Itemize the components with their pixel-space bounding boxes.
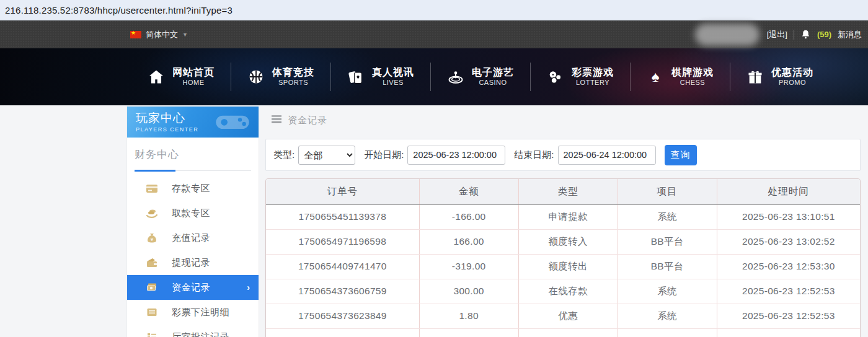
cell-process-time: 2025-06-23 13:02:52 — [717, 229, 860, 254]
nav-label-en: HOME — [183, 79, 205, 87]
gift-icon — [746, 68, 764, 85]
cell-type: 额度转入 — [518, 229, 618, 254]
table-header-row: 订单号 金额 类型 项目 处理时间 — [266, 179, 860, 204]
end-date-input[interactable] — [558, 146, 656, 165]
nav-label-zh: 棋牌游戏 — [671, 66, 714, 79]
sidebar-item-label: 彩票下注明细 — [172, 307, 229, 318]
logout-button[interactable]: [退出] — [767, 29, 787, 40]
cell-project: BB平台 — [618, 229, 717, 254]
money-bag-icon: ¥ — [146, 232, 158, 244]
end-date-label: 结束日期: — [514, 149, 554, 161]
nav-label-en: PROMO — [779, 79, 806, 87]
sidebar-item-lottery-bet-details[interactable]: 彩票下注明细 — [127, 300, 259, 325]
banknotes-icon — [146, 281, 158, 294]
funds-record-table: 订单号 金额 类型 项目 处理时间 1750655451139378 -166.… — [265, 178, 861, 337]
spade-icon: ♠ — [647, 68, 664, 85]
type-select[interactable]: 全部 — [298, 146, 355, 165]
cell-process-time: 2025-06-23 13:10:51 — [717, 204, 860, 229]
nav-label-zh: 电子游艺 — [472, 66, 514, 79]
cell-process-time: 2025-06-23 12:53:30 — [717, 254, 860, 279]
section-underline — [135, 170, 251, 171]
nav-label-en: LIVES — [383, 79, 404, 87]
nav-label-en: CHESS — [680, 79, 705, 87]
wallet-icon — [146, 256, 158, 269]
topbar-right-group: [退出] (59) 新消息 — [767, 20, 862, 48]
cell-type: 在线存款 — [518, 279, 618, 304]
top-utility-bar: ★ 简体中文 ▼ [退出] (59) 新消息 — [0, 20, 868, 48]
search-button[interactable]: 查询 — [665, 145, 697, 165]
nav-item-sports[interactable]: 体育竞技SPORTS — [231, 66, 330, 87]
bell-icon[interactable] — [800, 29, 811, 40]
page-title: 资金记录 — [288, 115, 327, 126]
cell-amount: 1.80 — [419, 304, 518, 328]
cell-order-number: 1750654373606759 — [266, 279, 419, 304]
breadcrumb: 资金记录 — [265, 107, 861, 134]
cell-project: 系统 — [618, 279, 717, 304]
nav-label-zh: 体育竞技 — [272, 66, 314, 79]
nav-item-casino[interactable]: 电子游艺CASINO — [431, 66, 530, 87]
chevron-right-icon: › — [247, 282, 250, 292]
nav-item-promo[interactable]: 优惠活动PROMO — [730, 66, 830, 87]
nav-label-zh: 网站首页 — [172, 66, 215, 79]
china-flag-icon: ★ — [130, 31, 141, 38]
gamepad-icon — [213, 109, 252, 136]
sidebar-menu: 存款专区 取款专区 ¥ 充值记录 提现记录 资金记录 › — [127, 176, 259, 337]
nav-label-en: LOTTERY — [576, 79, 609, 87]
nav-item-lottery[interactable]: 彩票游戏LOTTERY — [531, 66, 630, 87]
roulette-icon — [447, 68, 464, 85]
sidebar-item-recharge-records[interactable]: ¥ 充值记录 — [127, 225, 259, 250]
sidebar-item-hall-bet-records[interactable]: 厅室投注记录 — [127, 325, 259, 337]
browser-address-bar[interactable]: 216.118.235.52:8783/hhcp/usercenter.html… — [0, 0, 868, 20]
nav-item-chess[interactable]: ♠ 棋牌游戏CHESS — [631, 66, 730, 87]
start-date-input[interactable] — [407, 146, 505, 165]
col-type: 类型 — [518, 179, 618, 204]
start-date-label: 开始日期: — [364, 149, 404, 161]
nav-item-lives[interactable]: 真人视讯LIVES — [331, 66, 430, 87]
message-count[interactable]: (59) — [817, 30, 831, 39]
page-url[interactable]: 216.118.235.52:8783/hhcp/usercenter.html… — [5, 5, 232, 15]
cell-project: 系统 — [618, 304, 717, 328]
cell-amount: -166.00 — [419, 204, 518, 229]
cell-amount: 300.00 — [419, 279, 518, 304]
document-icon — [146, 306, 158, 318]
nav-group: 网站首页HOME 体育竞技SPORTS 真人视讯LIVES 电子游艺CASINO — [131, 63, 830, 91]
sidebar-item-label: 厅室投注记录 — [172, 331, 229, 337]
bank-card-icon — [146, 182, 158, 195]
sidebar-item-withdraw-zone[interactable]: 取款专区 — [127, 201, 259, 225]
col-project: 项目 — [618, 179, 717, 204]
cell-order-number: 1750654373623849 — [266, 304, 419, 328]
table-row: 1750654409741470 -319.00 额度转出 BB平台 2025-… — [266, 254, 860, 279]
cell-type: 优惠 — [518, 304, 618, 328]
player-center-sidebar: 玩家中心 PLAYERS CENTER 财务中心 存款专区 取款专区 ¥ 充值记… — [127, 107, 259, 337]
divider — [794, 30, 794, 40]
sidebar-item-deposit-zone[interactable]: 存款专区 — [127, 176, 259, 201]
cell-process-time: 2025-06-23 12:52:53 — [717, 304, 860, 328]
cell-project: BB平台 — [618, 254, 717, 279]
col-order-number: 订单号 — [266, 179, 419, 204]
basketball-icon — [247, 68, 265, 85]
sidebar-item-withdrawal-records[interactable]: 提现记录 — [127, 250, 259, 275]
new-messages-link[interactable]: 新消息 — [838, 29, 862, 40]
hamburger-icon — [272, 115, 281, 126]
nav-item-home[interactable]: 网站首页HOME — [131, 66, 231, 87]
cell-project: 系统 — [618, 204, 717, 229]
sidebar-header: 玩家中心 PLAYERS CENTER — [127, 107, 259, 138]
col-amount: 金额 — [419, 179, 518, 204]
table-row: 1750654971196598 166.00 额度转入 BB平台 2025-0… — [266, 229, 860, 254]
sidebar-item-label: 提现记录 — [172, 257, 210, 269]
cell-amount: 166.00 — [419, 229, 518, 254]
hand-money-icon — [146, 207, 158, 219]
sidebar-item-label: 充值记录 — [172, 232, 210, 244]
sidebar-item-label: 取款专区 — [172, 208, 210, 219]
nav-label-zh: 真人视讯 — [372, 66, 414, 79]
nav-label-zh: 优惠活动 — [771, 66, 813, 79]
language-selector[interactable]: ★ 简体中文 ▼ — [130, 29, 188, 40]
sidebar-item-funds-records[interactable]: 资金记录 › — [127, 275, 259, 300]
cell-type: 额度转出 — [518, 254, 618, 279]
col-process-time: 处理时间 — [717, 179, 860, 204]
home-icon — [148, 68, 165, 85]
filter-bar: 类型: 全部 开始日期: 结束日期: 查询 — [265, 139, 861, 171]
sidebar-section: 财务中心 — [127, 138, 259, 171]
nav-label-zh: 彩票游戏 — [572, 66, 614, 79]
table-row: 1750655451139378 -166.00 申请提款 系统 2025-06… — [266, 204, 860, 229]
